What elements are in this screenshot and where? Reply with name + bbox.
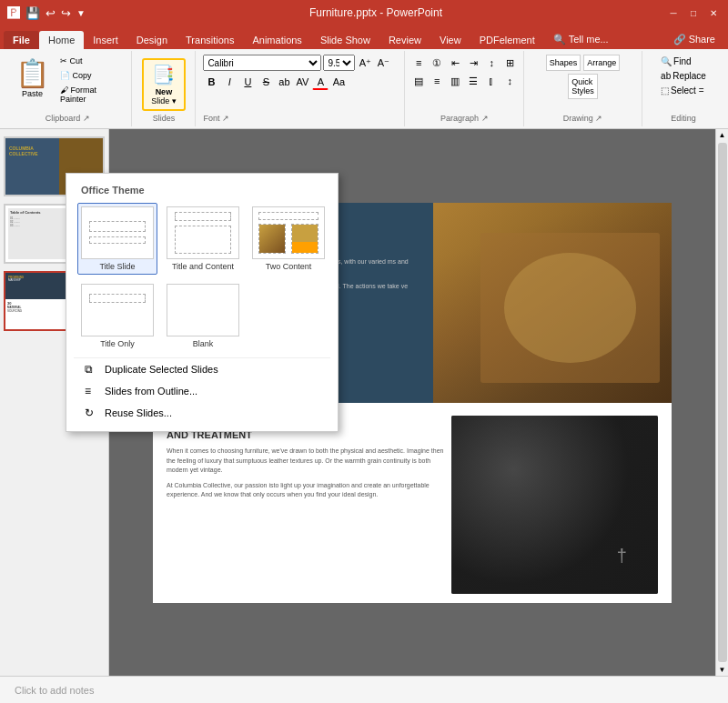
redo-icon[interactable]: ↪ (61, 6, 71, 20)
quick-styles-button[interactable]: QuickStyles (568, 74, 598, 99)
tab-insert[interactable]: Insert (84, 31, 127, 49)
select-button[interactable]: ⬚ Select = (657, 84, 710, 97)
ribbon-body: 📋 Paste ✂ Cut 📄 Copy 🖌 Format Painter Cl… (0, 49, 728, 129)
font-increase-btn[interactable]: A⁺ (357, 55, 373, 71)
tab-view[interactable]: View (430, 31, 470, 49)
char-spacing-button[interactable]: AV (294, 74, 310, 90)
dropdown-header: Office Theme (74, 181, 330, 199)
font-size-select[interactable]: 9.5 (323, 55, 355, 71)
find-button[interactable]: 🔍 Find (657, 55, 710, 68)
reuse-slides-item[interactable]: ↻ Reuse Slides... (74, 402, 330, 424)
drawing-group: Shapes Arrange QuickStyles Drawing ↗ (524, 51, 642, 126)
italic-button[interactable]: I (221, 74, 238, 90)
tab-file[interactable]: File (4, 31, 39, 49)
new-slide-icon: 📑 (152, 64, 175, 85)
reuse-icon: ↻ (85, 407, 99, 419)
clipboard-label: Clipboard ↗ (46, 114, 90, 123)
tab-design[interactable]: Design (127, 31, 177, 49)
share-button[interactable]: 🔗 Share (664, 30, 724, 49)
align-right-button[interactable]: ▥ (447, 73, 463, 89)
font-name-select[interactable]: Calibri (203, 55, 321, 71)
tab-review[interactable]: Review (379, 31, 430, 49)
paste-label: Paste (22, 89, 43, 98)
paste-icon: 📋 (15, 57, 49, 89)
restore-btn[interactable]: □ (686, 5, 701, 20)
format-painter-button[interactable]: 🖌 Format Painter (56, 84, 124, 105)
app-logo-icon: 🅿 (7, 5, 20, 20)
layout-title-only[interactable]: Title Only (77, 280, 157, 352)
convert-to-smartart-button[interactable]: ⊞ (501, 55, 518, 71)
customize-icon[interactable]: ▼ (76, 8, 86, 18)
close-btn[interactable]: ✕ (706, 5, 721, 20)
line-spacing-button[interactable]: ↕ (501, 73, 518, 89)
shapes-button[interactable]: Shapes (546, 55, 581, 71)
increase-indent-button[interactable]: ⇥ (465, 55, 481, 71)
title-content-label: Title and Content (172, 262, 234, 271)
tab-animations[interactable]: Animations (243, 31, 310, 49)
copy-button[interactable]: 📄 Copy (56, 69, 124, 82)
blank-label: Blank (193, 339, 214, 348)
font-group: Calibri 9.5 A⁺ A⁻ B I U S ab AV A Aa Fon… (196, 51, 405, 126)
bullets-button[interactable]: ≡ (410, 55, 427, 71)
scroll-up-btn[interactable]: ▲ (719, 131, 726, 139)
layout-blank[interactable]: Blank (163, 280, 243, 352)
slide-bottom-section: MATERIAL SOURCINGAND TREATMENT When it c… (153, 403, 672, 603)
layout-two-content[interactable]: Two Content (248, 203, 329, 275)
blank-thumb (167, 284, 239, 336)
font-decrease-btn[interactable]: A⁻ (375, 55, 391, 71)
justify-button[interactable]: ☰ (465, 73, 481, 89)
tab-slideshow[interactable]: Slide Show (311, 31, 379, 49)
title-bar: 🅿 💾 ↩ ↪ ▼ Furniture.pptx - PowerPoint ─ … (0, 0, 728, 25)
dropdown-context-section: ⧉ Duplicate Selected Slides ≡ Slides fro… (74, 357, 330, 424)
paste-button[interactable]: 📋 Paste (11, 55, 54, 101)
text-direction-button[interactable]: ↕ (483, 55, 500, 71)
reuse-label: Reuse Slides... (105, 407, 172, 418)
change-case-button[interactable]: Aa (330, 74, 347, 90)
shadow-button[interactable]: ab (276, 74, 292, 90)
outline-label: Slides from Outline... (105, 386, 197, 397)
main-wrapper: 1 COLUMBIACOLLECTIVE 2 Tab (0, 129, 728, 703)
notes-placeholder: Click to add notes (15, 685, 94, 696)
new-slide-button[interactable]: 📑 New Slide ▾ (142, 58, 186, 111)
decrease-indent-button[interactable]: ⇤ (447, 55, 463, 71)
title-slide-label: Title Slide (99, 262, 135, 271)
notes-bar[interactable]: Click to add notes (0, 676, 728, 703)
paragraph-label: Paragraph ↗ (440, 114, 489, 123)
slide-leather-image: † (451, 416, 658, 594)
strikethrough-button[interactable]: S (258, 74, 274, 90)
align-center-button[interactable]: ≡ (429, 73, 445, 89)
tab-tell-me[interactable]: 🔍 Tell me... (544, 30, 618, 49)
title-only-label: Title Only (100, 339, 135, 348)
bold-button[interactable]: B (203, 74, 219, 90)
slides-from-outline-item[interactable]: ≡ Slides from Outline... (74, 380, 330, 402)
numbered-list-button[interactable]: ① (429, 55, 445, 71)
duplicate-slides-item[interactable]: ⧉ Duplicate Selected Slides (74, 358, 330, 380)
align-left-button[interactable]: ▤ (410, 73, 427, 89)
layout-title-slide[interactable]: Title Slide (77, 203, 157, 275)
save-icon[interactable]: 💾 (25, 6, 40, 20)
cut-button[interactable]: ✂ Cut (56, 55, 124, 67)
layout-grid: Title Slide Title and Content (74, 199, 330, 356)
undo-icon[interactable]: ↩ (46, 6, 56, 20)
new-slide-label: New (156, 87, 173, 96)
scroll-down-btn[interactable]: ▼ (719, 666, 726, 674)
tab-pdfelement[interactable]: PDFelement (470, 31, 544, 49)
paragraph-group: ≡ ① ⇤ ⇥ ↕ ⊞ ▤ ≡ ▥ ☰ ⫿ ↕ Paragraph ↗ (405, 51, 524, 126)
underline-button[interactable]: U (239, 74, 256, 90)
scroll-thumb[interactable] (718, 143, 727, 662)
tab-home[interactable]: Home (39, 31, 84, 49)
columns-button[interactable]: ⫿ (483, 73, 500, 89)
clipboard-small: ✂ Cut 📄 Copy 🖌 Format Painter (56, 55, 124, 105)
window-title: Furniture.pptx - PowerPoint (86, 6, 666, 19)
duplicate-icon: ⧉ (85, 363, 99, 376)
layout-title-content[interactable]: Title and Content (163, 203, 243, 275)
title-bar-left: 🅿 💾 ↩ ↪ ▼ (7, 5, 86, 20)
right-scrollbar[interactable]: ▲ ▼ (715, 129, 728, 676)
drawing-label: Drawing ↗ (563, 114, 603, 123)
font-color-button[interactable]: A (312, 74, 329, 90)
arrange-button[interactable]: Arrange (583, 55, 620, 71)
replace-button[interactable]: ab Replace (657, 69, 710, 83)
minimize-btn[interactable]: ─ (666, 5, 681, 20)
tab-transitions[interactable]: Transitions (177, 31, 243, 49)
ribbon-tabs: File Home Insert Design Transitions Anim… (0, 25, 728, 49)
